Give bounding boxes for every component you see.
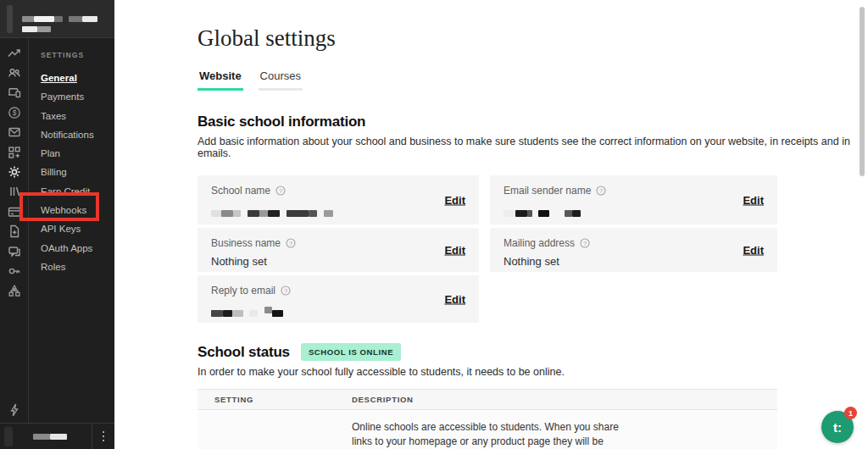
chat-icon[interactable] — [0, 241, 28, 261]
help-icon: ? — [580, 238, 590, 248]
school-status-section: School status SCHOOL IS ONLINE In order … — [198, 343, 868, 449]
user-name-redacted — [33, 429, 67, 444]
basic-info-heading: Basic school information — [198, 114, 868, 130]
help-icon: ? — [286, 238, 296, 248]
icon-rail: $ — [0, 39, 28, 301]
credit-card-icon[interactable] — [0, 202, 28, 221]
sidebar-item-plan[interactable]: Plan — [41, 144, 114, 163]
svg-text:$: $ — [12, 108, 16, 117]
trend-icon[interactable] — [0, 43, 28, 63]
settings-menu-title: SETTINGS — [41, 51, 114, 59]
dollar-icon[interactable]: $ — [0, 103, 28, 122]
sitemap-icon[interactable] — [0, 281, 28, 301]
tab-courses[interactable]: Courses — [259, 69, 303, 91]
card-value: Nothing set — [211, 255, 465, 268]
help-icon: ? — [596, 186, 606, 196]
sidebar-item-oauth-apps[interactable]: OAuth Apps — [41, 239, 114, 258]
column-header-description: DESCRIPTION — [352, 395, 627, 404]
svg-text:?: ? — [284, 287, 287, 295]
kebab-menu-icon[interactable] — [92, 424, 114, 449]
sidebar-item-notifications[interactable]: Notifications — [41, 125, 114, 144]
card-label: Email sender name — [504, 185, 591, 197]
basic-info-section: Basic school information Add basic infor… — [198, 114, 868, 323]
sidebar: $ SETTINGS Gene — [0, 0, 114, 449]
sidebar-item-roles[interactable]: Roles — [41, 258, 114, 276]
card-label: School name — [211, 185, 270, 197]
card-business-name: Business name ? Nothing set Edit — [198, 228, 479, 272]
row-description: Online schools are accessible to student… — [352, 420, 627, 449]
school-status-heading: School status — [198, 344, 290, 361]
teachable-widget-label: t: — [833, 420, 842, 435]
card-label: Reply to email — [211, 285, 275, 297]
table-header: SETTING DESCRIPTION — [198, 389, 777, 410]
help-icon: ? — [281, 285, 291, 296]
status-table: SETTING DESCRIPTION School status Online… — [198, 389, 777, 449]
edit-business-name-button[interactable]: Edit — [444, 244, 465, 257]
card-label: Business name — [211, 237, 281, 249]
redacted-value — [211, 206, 465, 219]
school-name-redacted — [22, 11, 97, 31]
teachable-widget-button[interactable]: t: 1 — [821, 411, 854, 443]
redacted-value — [504, 206, 764, 219]
table-row: School status Online schools are accessi… — [198, 410, 777, 449]
tally-icon[interactable] — [0, 182, 28, 202]
card-label: Mailing address — [504, 237, 575, 249]
svg-text:?: ? — [583, 240, 587, 247]
edit-mailing-address-button[interactable]: Edit — [743, 244, 764, 257]
tab-website[interactable]: Website — [198, 69, 243, 91]
redacted-value — [211, 306, 465, 319]
document-add-icon[interactable] — [0, 222, 28, 241]
sidebar-item-earn-credit[interactable]: Earn Credit — [41, 182, 114, 201]
sidebar-item-billing[interactable]: Billing — [41, 163, 114, 181]
school-logo-placeholder — [7, 5, 13, 33]
apps-grid-icon[interactable] — [0, 142, 28, 162]
key-icon[interactable] — [0, 261, 28, 280]
user-avatar — [4, 427, 13, 446]
help-icon: ? — [275, 186, 286, 196]
sidebar-item-api-keys[interactable]: API Keys — [41, 219, 114, 238]
svg-text:?: ? — [279, 187, 282, 195]
lightning-icon[interactable] — [0, 403, 28, 417]
card-reply-to-email: Reply to email ? Edit — [198, 275, 479, 323]
edit-reply-to-email-button[interactable]: Edit — [444, 293, 465, 306]
sidebar-item-general[interactable]: General — [41, 69, 114, 87]
edit-school-name-button[interactable]: Edit — [444, 194, 465, 207]
svg-text:?: ? — [599, 187, 603, 195]
basic-info-description: Add basic information about your school … — [198, 136, 868, 159]
svg-text:?: ? — [289, 240, 292, 247]
sidebar-item-webhooks[interactable]: Webhooks — [41, 201, 114, 219]
devices-icon[interactable] — [0, 83, 28, 103]
sidebar-item-payments[interactable]: Payments — [41, 87, 114, 106]
main-content: Global settings Website Courses Basic sc… — [114, 0, 868, 449]
settings-menu: SETTINGS General Payments Taxes Notifica… — [29, 39, 114, 276]
school-switcher[interactable] — [0, 0, 114, 38]
gear-icon[interactable] — [0, 162, 28, 181]
scrollbar-thumb[interactable] — [860, 7, 865, 176]
tab-bar: Website Courses — [198, 69, 868, 91]
column-header-setting: SETTING — [214, 395, 352, 404]
info-cards: School name ? Edit Business name ? Nothi… — [198, 175, 777, 323]
users-icon[interactable] — [0, 63, 28, 82]
card-mailing-address: Mailing address ? Nothing set Edit — [490, 228, 777, 272]
school-status-description: In order to make your school fully acces… — [198, 366, 868, 378]
card-school-name: School name ? Edit — [198, 175, 479, 224]
sidebar-footer — [0, 423, 114, 449]
edit-email-sender-name-button[interactable]: Edit — [743, 194, 764, 207]
status-badge: SCHOOL IS ONLINE — [301, 343, 401, 361]
sidebar-item-taxes[interactable]: Taxes — [41, 107, 114, 125]
card-value: Nothing set — [504, 255, 764, 268]
notification-badge: 1 — [844, 407, 857, 419]
page-title: Global settings — [198, 25, 868, 52]
mail-icon[interactable] — [0, 123, 28, 142]
card-email-sender-name: Email sender name ? Edit — [490, 175, 777, 224]
